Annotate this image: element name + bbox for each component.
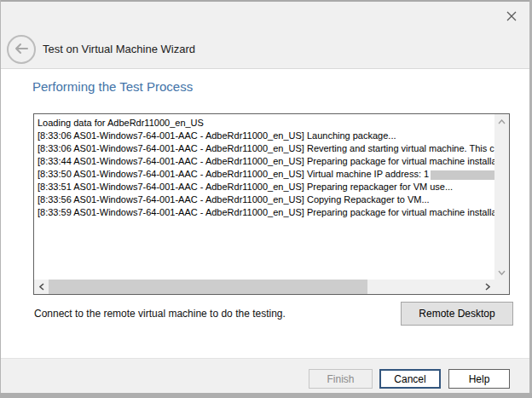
log-line[interactable]: [8:33:06 AS01-Windows7-64-001-AAC - Adbe…: [38, 142, 494, 155]
log-line-text: [8:33:06 AS01-Windows7-64-001-AAC - Adbe…: [38, 143, 494, 153]
remote-desktop-button[interactable]: Remote Desktop: [401, 302, 513, 326]
log-line-text: [8:33:50 AS01-Windows7-64-001-AAC - Adbe…: [38, 169, 429, 179]
chevron-left-icon[interactable]: [34, 280, 49, 294]
log-listbox[interactable]: Loading data for AdbeRdr11000_en_US[8:33…: [33, 113, 510, 295]
scrollbar-corner: [494, 280, 509, 294]
log-line[interactable]: [8:33:44 AS01-Windows7-64-001-AAC - Adbe…: [38, 155, 494, 168]
window-title: Test on Virtual Machine Wizard: [43, 43, 195, 55]
log-line-text: [8:33:06 AS01-Windows7-64-001-AAC - Adbe…: [38, 130, 396, 141]
horizontal-scrollbar[interactable]: [34, 280, 494, 294]
page-title: Performing the Test Process: [32, 79, 193, 94]
redacted-ip-address: [431, 170, 494, 180]
back-button[interactable]: [7, 35, 36, 64]
finish-button[interactable]: Finish: [309, 369, 373, 389]
close-button[interactable]: [501, 7, 522, 27]
vertical-scrollbar[interactable]: [494, 114, 509, 280]
chevron-down-icon[interactable]: [494, 265, 509, 280]
log-line-text: [8:33:44 AS01-Windows7-64-001-AAC - Adbe…: [38, 156, 494, 166]
back-arrow-icon: [14, 43, 29, 57]
log-line[interactable]: Loading data for AdbeRdr11000_en_US: [38, 117, 494, 130]
log-line[interactable]: [8:33:51 AS01-Windows7-64-001-AAC - Adbe…: [38, 181, 494, 193]
log-line[interactable]: [8:33:06 AS01-Windows7-64-001-AAC - Adbe…: [38, 130, 494, 142]
window-edge-top: [0, 0, 532, 2]
log-line-text: [8:33:59 AS01-Windows7-64-001-AAC - Adbe…: [38, 207, 494, 217]
cancel-button[interactable]: Cancel: [379, 369, 441, 389]
log-line[interactable]: [8:33:59 AS01-Windows7-64-001-AAC - Adbe…: [38, 206, 494, 219]
chevron-right-icon[interactable]: [480, 280, 494, 294]
log-line-text: [8:33:51 AS01-Windows7-64-001-AAC - Adbe…: [38, 182, 453, 192]
help-button[interactable]: Help: [448, 369, 510, 389]
log-line[interactable]: [8:33:50 AS01-Windows7-64-001-AAC - Adbe…: [38, 168, 494, 181]
log-view: Loading data for AdbeRdr11000_en_US[8:33…: [34, 114, 494, 280]
log-line[interactable]: [8:33:56 AS01-Windows7-64-001-AAC - Adbe…: [38, 193, 494, 206]
wizard-window: Test on Virtual Machine Wizard Performin…: [0, 0, 532, 398]
note-text: Connect to the remote virtual machine to…: [34, 308, 286, 320]
close-icon: [506, 10, 518, 25]
log-line-text: [8:33:56 AS01-Windows7-64-001-AAC - Adbe…: [38, 194, 430, 205]
log-line-text: Loading data for AdbeRdr11000_en_US: [38, 118, 204, 128]
horizontal-scroll-thumb[interactable]: [49, 280, 367, 294]
chevron-up-icon[interactable]: [494, 114, 509, 129]
window-edge-bottom: [0, 393, 532, 398]
